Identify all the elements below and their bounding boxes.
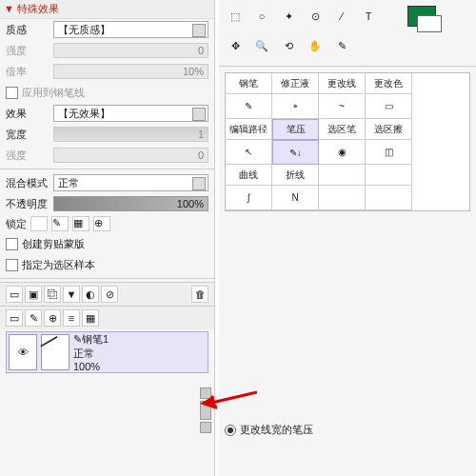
layer-name: ✎钢笔1 (73, 332, 206, 347)
intensity2-label: 强度 (6, 149, 53, 163)
cb2-label: 指定为选区样本 (22, 258, 95, 272)
lock-all-button[interactable] (30, 216, 48, 231)
pen-cell[interactable]: 笔压 (272, 119, 319, 140)
pen-cell-empty (366, 186, 412, 210)
texture-label: 质感 (6, 23, 53, 37)
radio-icon (225, 425, 236, 436)
pen-cell[interactable]: ↖ (226, 140, 272, 165)
text-icon[interactable]: T (358, 6, 379, 27)
opacity-slider[interactable]: 100% (53, 196, 208, 211)
line-icon[interactable]: ∕ (331, 6, 352, 27)
layer-opacity: 100% (73, 361, 206, 372)
layer-thumb (41, 334, 69, 370)
intensity-slider[interactable]: 0 (53, 43, 208, 58)
pen-cell[interactable]: 修正液 (272, 73, 319, 94)
pen-cell[interactable]: ✎ (226, 94, 272, 119)
pen-cell-empty (319, 165, 366, 186)
pen-cell[interactable]: 折线 (272, 165, 319, 186)
pen-cell-empty (319, 186, 366, 210)
rotate-icon[interactable]: ⟲ (278, 36, 299, 57)
tb2-3[interactable]: ⊕ (44, 309, 61, 327)
select-rect-icon[interactable]: ⬚ (225, 6, 246, 27)
new-layer-button[interactable]: ▭ (6, 286, 23, 303)
apply-label: 应用到钢笔线 (22, 86, 85, 100)
cb2-checkbox[interactable] (6, 259, 18, 271)
pen-cell[interactable]: ✎↓ (272, 140, 319, 165)
pen-cell[interactable]: ~ (319, 94, 366, 119)
opacity-label: 不透明度 (6, 197, 53, 211)
cb1-label: 创建剪贴蒙版 (22, 237, 85, 251)
pen-cell[interactable]: 选区笔 (319, 119, 366, 140)
width-label: 宽度 (6, 128, 53, 142)
delete-layer-button[interactable]: 🗑 (191, 286, 208, 303)
rate-slider[interactable]: 10% (53, 64, 208, 79)
lock-label: 锁定 (6, 217, 27, 231)
blend-mode-label: 混合模式 (6, 176, 53, 190)
lock-move-button[interactable]: ⊕ (93, 216, 110, 231)
rate-label: 倍率 (6, 65, 53, 79)
lock-paint-button[interactable]: ✎ (51, 216, 69, 231)
texture-dropdown[interactable]: 【无质感】 (53, 21, 208, 38)
zoom-icon[interactable]: 🔍 (251, 36, 272, 57)
scroll-up-button[interactable] (200, 387, 211, 399)
layer-toolbar-1: ▭ ▣ ⿻ ▼ ◐ ⊘ 🗑 (0, 282, 214, 306)
width-slider[interactable]: 1 (53, 127, 208, 142)
pen-tool-grid: 钢笔修正液更改线更改色✎⚬~▭ 编辑路径笔压选区笔选区擦↖✎↓◉◫ 曲线折线∫N (225, 72, 470, 211)
scroll-down-button[interactable] (200, 422, 211, 433)
apply-checkbox[interactable] (6, 87, 18, 99)
tb2-4[interactable]: ≡ (63, 309, 80, 327)
eyedrop-icon[interactable]: ✎ (331, 36, 352, 57)
select-ellipse-icon[interactable]: ○ (251, 6, 272, 27)
panel-title: ▼ 特殊效果 (0, 0, 214, 19)
pen-cell[interactable]: 曲线 (226, 165, 272, 186)
intensity2-slider[interactable]: 0 (53, 148, 208, 163)
tb2-1[interactable]: ▭ (6, 309, 23, 327)
pen-cell[interactable]: ∫ (226, 186, 272, 210)
tb2-5[interactable]: ▦ (82, 309, 99, 327)
pen-cell[interactable]: 更改色 (366, 73, 412, 94)
radio-label: 更改线宽的笔压 (240, 423, 313, 437)
pen-cell[interactable]: ◫ (366, 140, 412, 165)
mask-button[interactable]: ◐ (82, 286, 99, 303)
new-folder-button[interactable]: ▣ (25, 286, 42, 303)
tb2-2[interactable]: ✎ (25, 309, 42, 327)
pen-cell[interactable]: 选区擦 (366, 119, 412, 140)
layer-toolbar-2: ▭ ✎ ⊕ ≡ ▦ (0, 306, 214, 329)
lock-alpha-button[interactable]: ▦ (72, 216, 89, 231)
wand-icon[interactable]: ✦ (278, 6, 299, 27)
cb1-checkbox[interactable] (6, 238, 18, 250)
pen-cell[interactable]: ◉ (319, 140, 366, 165)
clear-button[interactable]: ⊘ (101, 286, 118, 303)
pen-cell[interactable]: ▭ (366, 94, 412, 119)
hand-icon[interactable]: ✋ (305, 36, 326, 57)
pen-cell[interactable]: ⚬ (272, 94, 319, 119)
radio-option[interactable]: 更改线宽的笔压 (219, 417, 476, 443)
scroll-thumb[interactable] (200, 401, 211, 420)
layer-scrollbar[interactable] (199, 387, 212, 434)
layer-item[interactable]: 👁 ✎钢笔1 正常 100% (6, 331, 208, 373)
color-swatch-bg[interactable] (417, 15, 442, 32)
visibility-icon[interactable]: 👁 (9, 334, 37, 370)
pen-cell[interactable]: 更改线 (319, 73, 366, 94)
tool-palette: ⬚○✦⊙∕T ✥🔍⟲✋✎ (219, 0, 476, 67)
pen-cell[interactable]: 钢笔 (226, 73, 272, 94)
lasso-icon[interactable]: ⊙ (305, 6, 326, 27)
intensity-label: 强度 (6, 44, 53, 58)
effect-dropdown[interactable]: 【无效果】 (53, 105, 208, 122)
copy-layer-button[interactable]: ⿻ (44, 286, 61, 303)
pen-cell-empty (366, 165, 412, 186)
pen-cell[interactable]: 编辑路径 (226, 119, 272, 140)
blend-mode-dropdown[interactable]: 正常 (53, 174, 208, 191)
layer-mode: 正常 (73, 347, 206, 361)
pen-cell[interactable]: N (272, 186, 319, 210)
effect-label: 效果 (6, 107, 53, 121)
move-icon[interactable]: ✥ (225, 36, 246, 57)
merge-button[interactable]: ▼ (63, 286, 80, 303)
